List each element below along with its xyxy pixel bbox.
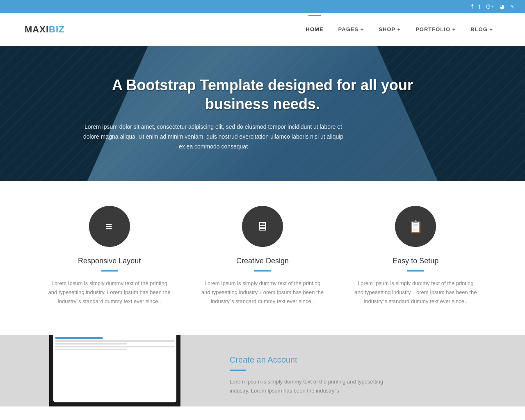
hero-heading: A Bootstrap Template designed for all yo… (82, 76, 443, 114)
facebook-icon[interactable]: f (471, 3, 473, 10)
creative-design-icon-circle: 🖥 (242, 206, 283, 247)
feature-easy-setup: 📋 Easy to Setup Lorem Ipsum is simply du… (354, 206, 477, 306)
features-section: ≡ Responsive Layout Lorem Ipsum is simpl… (0, 181, 525, 335)
bottom-text: Lorem Ipsum is simply dummy text of the … (230, 377, 394, 395)
rss-icon[interactable]: ∿ (510, 3, 515, 10)
tablet-line-5 (55, 349, 127, 350)
googleplus-icon[interactable]: G+ (486, 3, 494, 10)
device-mockup (33, 341, 172, 406)
site-header: MAXIBIZ HOME PAGES + SHOP + PORTFOLIO + … (0, 13, 525, 46)
easy-setup-divider (407, 270, 424, 272)
feature-responsive-layout: ≡ Responsive Layout Lorem Ipsum is simpl… (48, 206, 171, 306)
creative-design-text: Lorem Ipsum is simply dummy text of the … (201, 279, 324, 306)
nav-shop[interactable]: SHOP + (371, 15, 408, 44)
site-logo[interactable]: MAXIBIZ (25, 24, 64, 35)
responsive-layout-divider (101, 270, 118, 272)
easy-setup-icon-circle: 📋 (395, 206, 436, 247)
hero-content: A Bootstrap Template designed for all yo… (82, 76, 443, 152)
top-bar: f t G+ ◕ ∿ (0, 0, 525, 13)
dribbble-icon[interactable]: ◕ (500, 3, 504, 10)
tablet-line-4 (55, 346, 175, 347)
easy-setup-text: Lorem Ipsum is simply dummy text of the … (354, 279, 477, 306)
nav-pages[interactable]: PAGES + (331, 15, 372, 44)
responsive-layout-icon-circle: ≡ (89, 206, 130, 247)
responsive-layout-text: Lorem Ipsum is simply dummy text of the … (48, 279, 171, 306)
tablet-screen (53, 335, 176, 402)
tablet-screen-body (53, 335, 176, 402)
tablet-mockup (49, 335, 180, 406)
main-nav: HOME PAGES + SHOP + PORTFOLIO + BLOG + (299, 15, 500, 44)
creative-design-divider (254, 270, 271, 272)
creative-design-title: Creative Design (236, 257, 289, 265)
nav-blog[interactable]: BLOG + (463, 15, 500, 44)
hero-subtext: Lorem ipsum dolor sit amet, consectetur … (82, 122, 345, 151)
laptop-icon: 🖥 (256, 219, 269, 233)
tablet-line-2 (55, 340, 175, 342)
hero-section: A Bootstrap Template designed for all yo… (0, 46, 525, 181)
easy-setup-title: Easy to Setup (393, 257, 438, 265)
book-icon: 📋 (409, 220, 423, 233)
logo-part1: MAXI (25, 24, 49, 34)
nav-portfolio[interactable]: PORTFOLIO + (408, 15, 463, 44)
twitter-icon[interactable]: t (479, 3, 480, 10)
hamburger-icon: ≡ (105, 221, 113, 232)
tablet-line-3 (55, 343, 127, 345)
logo-part2: BIZ (49, 24, 64, 34)
responsive-layout-title: Responsive Layout (78, 257, 141, 265)
bottom-section: Create an Account Lorem Ipsum is simply … (0, 335, 525, 406)
bottom-content: Create an Account Lorem Ipsum is simply … (230, 351, 394, 395)
feature-creative-design: 🖥 Creative Design Lorem Ipsum is simply … (201, 206, 324, 306)
bottom-divider (230, 370, 246, 371)
bottom-heading: Create an Account (230, 355, 394, 365)
tablet-line-1 (55, 337, 103, 339)
nav-home[interactable]: HOME (299, 15, 331, 44)
